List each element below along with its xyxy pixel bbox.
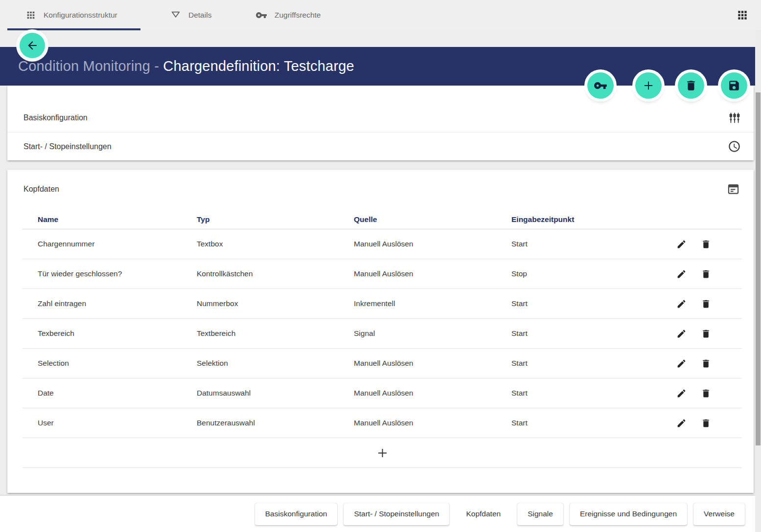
footer-nav-button[interactable]: Kopfdaten (456, 503, 511, 525)
delete-row-button[interactable] (701, 269, 711, 279)
row-actions (676, 329, 711, 339)
delete-row-button[interactable] (701, 358, 711, 369)
cell-quelle: Manuell Auslösen (354, 419, 511, 427)
edit-row-button[interactable] (676, 388, 687, 399)
footer-nav-button[interactable]: Start- / Stopeinstellungen (344, 503, 449, 525)
cell-typ: Kontrollkästchen (197, 269, 354, 278)
footer-nav-button[interactable]: Basiskonfiguration (255, 503, 338, 525)
delete-row-button[interactable] (701, 418, 711, 428)
sliders-icon (728, 111, 741, 124)
add-row-button[interactable] (23, 438, 742, 468)
table-row: User Benutzerauswahl Manuell Auslösen St… (23, 408, 742, 438)
table-header-row: Name Typ Quelle Eingabezeitpunkt (23, 215, 742, 229)
cell-eingabezeitpunkt: Start (511, 299, 528, 308)
footer-nav-button[interactable]: Verweise (693, 503, 745, 525)
apps-grid-icon[interactable] (736, 9, 749, 22)
table-row: Date Datumsauswahl Manuell Auslösen Star… (23, 378, 742, 408)
cell-name: User (38, 419, 197, 427)
tab-label: Details (188, 11, 211, 20)
cell-quelle: Signal (354, 329, 511, 338)
table-row: Zahl eintragen Nummerbox Inkrementell St… (23, 289, 742, 319)
tab-label: Zugriffsrechte (275, 11, 321, 20)
table-row: Chargennummer Textbox Manuell Auslösen S… (23, 229, 742, 259)
tab-details[interactable]: Details (170, 0, 211, 30)
page-title: Condition Monitoring - Chargendefinition… (18, 58, 354, 74)
active-tab-underline (7, 28, 140, 30)
tab-konfigurationsstruktur[interactable]: Konfigurationsstruktur (25, 0, 117, 30)
section-basiskonfiguration[interactable]: Basiskonfiguration (7, 104, 754, 132)
delete-row-button[interactable] (701, 239, 711, 249)
funnel-icon (170, 10, 181, 21)
kopfdaten-table: Name Typ Quelle Eingabezeitpunkt Chargen… (23, 215, 742, 468)
cell-eingabezeitpunkt: Start (511, 329, 528, 338)
row-actions (676, 358, 711, 369)
delete-row-button[interactable] (701, 299, 711, 309)
cell-name: Chargennummer (38, 240, 197, 248)
edit-row-button[interactable] (676, 329, 687, 339)
cell-typ: Selektion (197, 359, 354, 368)
section-start-stop[interactable]: Start- / Stopeinstellungen (7, 132, 754, 160)
footer-nav-button[interactable]: Signale (517, 503, 563, 525)
cell-quelle: Manuell Auslösen (354, 389, 511, 398)
cell-quelle: Inkrementell (354, 299, 511, 308)
save-icon (728, 79, 740, 92)
scrollbar-thumb[interactable] (756, 92, 761, 445)
table-row: Texbereich Textbereich Signal Start (23, 319, 742, 349)
cell-eingabezeitpunkt: Stop (511, 269, 527, 278)
kopfdaten-header: Kopfdaten (7, 170, 754, 196)
page-title-main: Chargendefinition: Testcharge (163, 58, 354, 74)
cell-typ: Benutzerauswahl (197, 419, 354, 427)
key-icon (594, 79, 607, 92)
cell-eingabezeitpunkt: Start (511, 389, 528, 398)
footer-nav-button[interactable]: Ereignisse und Bedingungen (570, 503, 687, 525)
edit-row-button[interactable] (676, 358, 687, 369)
section-label: Basiskonfiguration (23, 113, 88, 122)
row-actions (676, 239, 711, 249)
column-header-typ: Typ (197, 215, 354, 224)
table-row: Tür wieder geschlossen? Kontrollkästchen… (23, 259, 742, 289)
edit-row-button[interactable] (676, 239, 687, 249)
delete-row-button[interactable] (701, 388, 711, 399)
plus-icon (642, 79, 655, 92)
edit-row-button[interactable] (676, 299, 687, 309)
table-row: Selection Selektion Manuell Auslösen Sta… (23, 349, 742, 378)
column-header-name: Name (38, 215, 197, 224)
delete-row-button[interactable] (701, 329, 711, 339)
cell-typ: Nummerbox (197, 299, 354, 308)
row-actions (676, 269, 711, 279)
cell-typ: Datumsauswahl (197, 389, 354, 398)
calendar-icon[interactable] (727, 182, 740, 196)
cell-eingabezeitpunkt: Start (511, 419, 528, 427)
kopfdaten-card: Kopfdaten Name Typ Quelle Eingabezeitpun… (7, 170, 754, 493)
column-header-quelle: Quelle (354, 215, 511, 224)
tab-zugriffsrechte[interactable]: Zugriffsrechte (255, 0, 321, 30)
cell-eingabezeitpunkt: Start (511, 240, 528, 248)
add-fab[interactable] (635, 72, 662, 99)
key-icon (255, 9, 267, 21)
trash-icon (685, 79, 697, 92)
tab-label: Konfigurationsstruktur (44, 11, 117, 20)
back-button[interactable] (20, 33, 45, 58)
row-actions (676, 299, 711, 309)
clock-icon (728, 140, 741, 153)
page-title-prefix: Condition Monitoring - (18, 58, 163, 74)
cell-name: Texbereich (38, 329, 197, 338)
column-header-eingabezeitpunkt: Eingabezeitpunkt (511, 215, 742, 224)
cell-quelle: Manuell Auslösen (354, 269, 511, 278)
arrow-left-icon (26, 39, 39, 52)
cell-name: Zahl eintragen (38, 299, 197, 308)
access-key-fab[interactable] (587, 72, 614, 99)
cell-name: Selection (38, 359, 197, 368)
scrollbar-track[interactable] (755, 30, 761, 532)
row-actions (676, 418, 711, 428)
edit-row-button[interactable] (676, 269, 687, 279)
save-fab[interactable] (721, 72, 747, 99)
cell-name: Tür wieder geschlossen? (38, 269, 197, 278)
cell-quelle: Manuell Auslösen (354, 240, 511, 248)
delete-fab[interactable] (678, 72, 704, 99)
cell-typ: Textbereich (197, 329, 354, 338)
section-label: Start- / Stopeinstellungen (23, 142, 112, 151)
edit-row-button[interactable] (676, 418, 687, 428)
cell-name: Date (38, 389, 197, 398)
cell-typ: Textbox (197, 240, 354, 248)
